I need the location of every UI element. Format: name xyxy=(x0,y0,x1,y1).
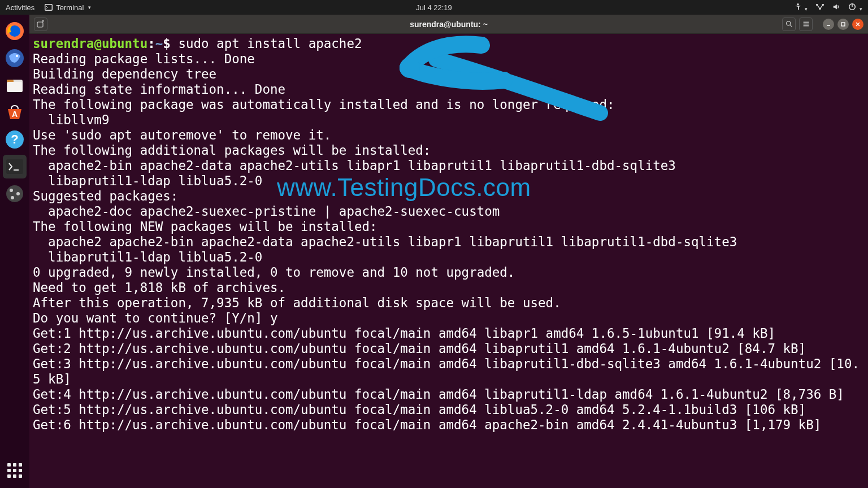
prompt-user: surendra xyxy=(33,36,94,51)
accessibility-icon[interactable]: ▾ xyxy=(794,3,808,12)
terminal-window: surendra@ubuntu: ~ surendra@ubuntu:~$ su… xyxy=(29,15,868,488)
close-icon xyxy=(855,21,861,27)
svg-point-21 xyxy=(10,189,13,192)
show-applications-button[interactable] xyxy=(3,459,27,482)
svg-rect-24 xyxy=(37,22,43,27)
new-tab-button[interactable] xyxy=(34,18,47,31)
svg-point-22 xyxy=(16,192,20,195)
maximize-icon xyxy=(840,21,846,27)
terminal-output: Reading package lists... Done Building d… xyxy=(33,51,860,432)
dropdown-icon: ▾ xyxy=(88,5,91,10)
svg-point-11 xyxy=(16,55,18,57)
terminal-content[interactable]: surendra@ubuntu:~$ sudo apt install apac… xyxy=(29,34,868,488)
new-tab-icon xyxy=(37,20,45,28)
hamburger-icon xyxy=(802,20,810,28)
svg-rect-14 xyxy=(7,82,23,92)
volume-icon[interactable] xyxy=(832,3,840,12)
svg-point-2 xyxy=(797,3,799,5)
prompt-colon: : xyxy=(147,36,155,51)
window-title: surendra@ubuntu: ~ xyxy=(410,20,488,29)
app-menu[interactable]: Terminal ▾ xyxy=(45,3,91,12)
search-button[interactable] xyxy=(782,18,796,31)
prompt-host: ubuntu xyxy=(102,36,147,51)
dock-icon-help[interactable]: ? xyxy=(3,128,27,151)
window-titlebar: surendra@ubuntu: ~ xyxy=(29,15,868,34)
dock: A ? xyxy=(0,15,29,488)
search-icon xyxy=(785,20,793,28)
close-button[interactable] xyxy=(852,19,863,30)
minimize-icon xyxy=(826,21,831,27)
hamburger-menu-button[interactable] xyxy=(799,18,813,31)
dock-icon-ubuntu-software[interactable]: A xyxy=(3,101,27,124)
dock-icon-terminal[interactable] xyxy=(3,155,27,178)
dock-icon-thunderbird[interactable] xyxy=(3,46,27,70)
prompt-dollar: $ xyxy=(163,36,178,51)
minimize-button[interactable] xyxy=(823,19,834,30)
maximize-button[interactable] xyxy=(837,19,849,30)
dock-icon-files[interactable] xyxy=(3,73,27,97)
svg-text:?: ? xyxy=(11,132,18,146)
clock[interactable]: Jul 4 22:19 xyxy=(416,3,452,12)
activities-button[interactable]: Activities xyxy=(6,3,34,12)
svg-rect-33 xyxy=(841,23,845,26)
svg-point-20 xyxy=(6,185,23,202)
command-text: sudo apt install apache2 xyxy=(178,36,362,51)
svg-rect-1 xyxy=(46,5,52,10)
dock-icon-firefox[interactable] xyxy=(3,19,27,43)
svg-line-28 xyxy=(790,25,792,27)
svg-rect-18 xyxy=(6,159,23,174)
svg-text:A: A xyxy=(12,110,18,119)
gnome-top-bar: Activities Terminal ▾ Jul 4 22:19 ▾ ▾ xyxy=(0,0,868,15)
prompt-at: @ xyxy=(94,36,102,51)
network-icon[interactable] xyxy=(815,3,824,12)
dock-icon-tweaks[interactable] xyxy=(3,182,27,206)
app-menu-label: Terminal xyxy=(56,3,84,12)
terminal-small-icon xyxy=(45,4,53,11)
svg-point-27 xyxy=(786,21,790,25)
svg-point-36 xyxy=(400,58,420,78)
watermark-text: www.TestingDocs.com xyxy=(277,180,531,195)
prompt-path: ~ xyxy=(155,36,163,51)
power-icon[interactable]: ▾ xyxy=(848,3,862,12)
svg-point-23 xyxy=(11,196,14,199)
